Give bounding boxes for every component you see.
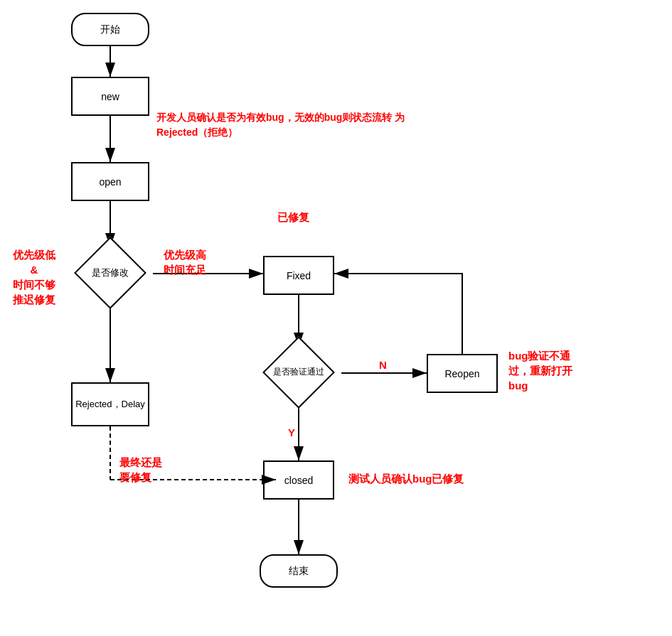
annotation-test-confirm: 测试人员确认bug已修复 [348, 471, 464, 486]
annotation-n-label: N [379, 357, 387, 372]
annotation-new-to-open: 开发人员确认是否为有效bug，无效的bug则状态流转 为Rejected（拒绝） [156, 110, 427, 140]
annotation-high-priority: 优先级高时间充足 [164, 247, 206, 277]
fixed-node: Fixed [263, 256, 334, 295]
annotation-verify-fail: bug验证不通过，重新打开bug [508, 348, 572, 393]
is-verify-label: 是否验证通过 [257, 347, 340, 398]
open-node: open [71, 162, 149, 201]
new-node: new [71, 77, 149, 116]
is-modify-label: 是否修改 [69, 247, 151, 298]
annotation-finally-fix: 最终还是要修复 [119, 455, 162, 485]
start-node: 开始 [71, 13, 149, 46]
reopen-node: Reopen [427, 354, 498, 393]
end-node: 结束 [260, 554, 338, 588]
closed-node: closed [263, 460, 334, 500]
annotation-low-priority: 优先级低&时间不够推迟修复 [13, 247, 55, 307]
rejected-delay-node: Rejected，Delay [71, 382, 149, 426]
diagram-container: 开始 new open 是否修改 Fixed Rejected，Delay 是否… [0, 0, 672, 636]
annotation-already-fixed: 已修复 [277, 210, 309, 225]
annotation-y-label: Y [288, 425, 295, 440]
